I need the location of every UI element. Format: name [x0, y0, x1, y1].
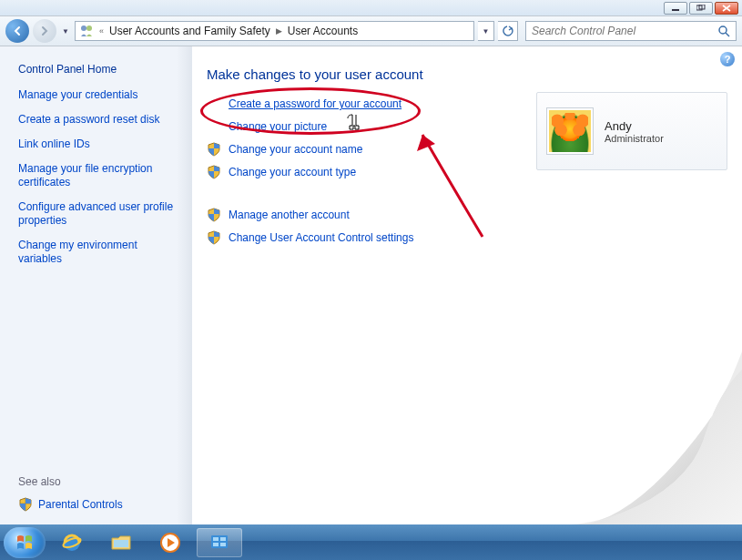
user-role: Administrator — [605, 133, 664, 144]
shield-icon — [207, 165, 221, 179]
see-also-link-label: Parental Controls — [38, 498, 123, 511]
sidebar-link-profile-props[interactable]: Configure advanced user profile properti… — [18, 200, 179, 228]
user-accounts-icon — [79, 24, 94, 38]
back-button[interactable] — [5, 19, 29, 43]
search-icon — [717, 25, 730, 37]
see-also-header: See also — [18, 475, 123, 488]
svg-rect-12 — [220, 537, 226, 541]
maximize-button[interactable] — [689, 2, 713, 15]
arrow-left-icon — [12, 25, 23, 36]
address-bar[interactable]: « User Accounts and Family Safety ▶ User… — [75, 21, 474, 41]
minimize-button[interactable] — [664, 2, 687, 15]
main-column: ? Make changes to your user account Crea… — [192, 46, 742, 524]
see-also-parental-controls[interactable]: Parental Controls — [18, 497, 123, 512]
task-link[interactable]: Manage another account — [229, 209, 350, 221]
user-picture[interactable] — [546, 107, 594, 155]
taskbar — [0, 524, 742, 560]
content-body: Control Panel Home Manage your credentia… — [0, 46, 742, 524]
taskbar-explorer[interactable] — [98, 528, 144, 557]
breadcrumb-current[interactable]: User Accounts — [288, 25, 358, 37]
task-link[interactable]: Change your account type — [229, 166, 356, 178]
page-heading: Make changes to your user account — [207, 66, 727, 82]
ie-icon — [59, 530, 85, 555]
sidebar-link-encryption[interactable]: Manage your file encryption certificates — [18, 162, 179, 189]
folder-icon — [108, 530, 134, 555]
task-link[interactable]: Change User Account Control settings — [229, 231, 413, 244]
svg-rect-14 — [220, 543, 226, 546]
taskbar-media-player[interactable] — [147, 528, 193, 557]
svg-rect-13 — [213, 543, 219, 546]
user-card: Andy Administrator — [536, 92, 727, 170]
history-dropdown[interactable]: ▼ — [60, 19, 71, 43]
control-panel-home-link[interactable]: Control Panel Home — [18, 63, 179, 76]
svg-rect-0 — [672, 9, 679, 11]
svg-point-4 — [86, 25, 92, 31]
flower-icon — [549, 110, 591, 152]
sidebar-link-credentials[interactable]: Manage your credentials — [18, 88, 179, 102]
media-player-icon — [158, 530, 183, 555]
see-also-section: See also Parental Controls — [18, 475, 123, 512]
navigation-bar: ▼ « User Accounts and Family Safety ▶ Us… — [0, 16, 742, 46]
search-input[interactable] — [532, 25, 717, 37]
svg-rect-11 — [213, 537, 219, 541]
refresh-button[interactable] — [498, 21, 518, 41]
user-name: Andy — [605, 119, 664, 133]
control-panel-icon — [207, 530, 232, 555]
close-button[interactable] — [715, 2, 738, 15]
breadcrumb-open[interactable]: « — [99, 26, 104, 36]
svg-point-3 — [81, 25, 86, 31]
task-change-uac[interactable]: Change User Account Control settings — [207, 230, 727, 245]
sidebar-link-online-ids[interactable]: Link online IDs — [18, 137, 179, 151]
sidebar-link-reset-disk[interactable]: Create a password reset disk — [18, 113, 179, 127]
svg-point-5 — [719, 26, 727, 34]
no-icon — [207, 119, 221, 134]
task-link[interactable]: Create a password for your account — [229, 97, 401, 110]
search-box[interactable] — [525, 21, 737, 41]
arrow-right-icon — [39, 25, 50, 36]
windows-logo-icon — [15, 533, 35, 553]
shield-icon — [207, 230, 221, 245]
window-titlebar — [0, 0, 742, 16]
shield-icon — [18, 497, 33, 512]
taskbar-ie[interactable] — [49, 528, 95, 557]
refresh-icon — [503, 25, 513, 36]
task-link[interactable]: Change your picture — [229, 120, 327, 133]
shield-icon — [207, 142, 221, 157]
address-dropdown[interactable]: ▼ — [478, 21, 494, 41]
shield-icon — [207, 208, 221, 222]
taskbar-control-panel[interactable] — [197, 528, 242, 557]
no-icon — [207, 97, 221, 111]
breadcrumb-parent[interactable]: User Accounts and Family Safety — [109, 25, 270, 37]
sidebar-link-env-vars[interactable]: Change my environment variables — [18, 239, 179, 266]
svg-rect-8 — [114, 540, 128, 547]
forward-button[interactable] — [33, 19, 56, 43]
start-button[interactable] — [4, 527, 46, 558]
tasks-group-2: Manage another account Change User Accou… — [207, 208, 727, 245]
breadcrumb-separator: ▶ — [276, 26, 282, 36]
task-manage-another[interactable]: Manage another account — [207, 208, 727, 222]
help-button[interactable]: ? — [720, 52, 735, 66]
task-link[interactable]: Change your account name — [229, 143, 362, 156]
sidebar: Control Panel Home Manage your credentia… — [0, 46, 192, 524]
